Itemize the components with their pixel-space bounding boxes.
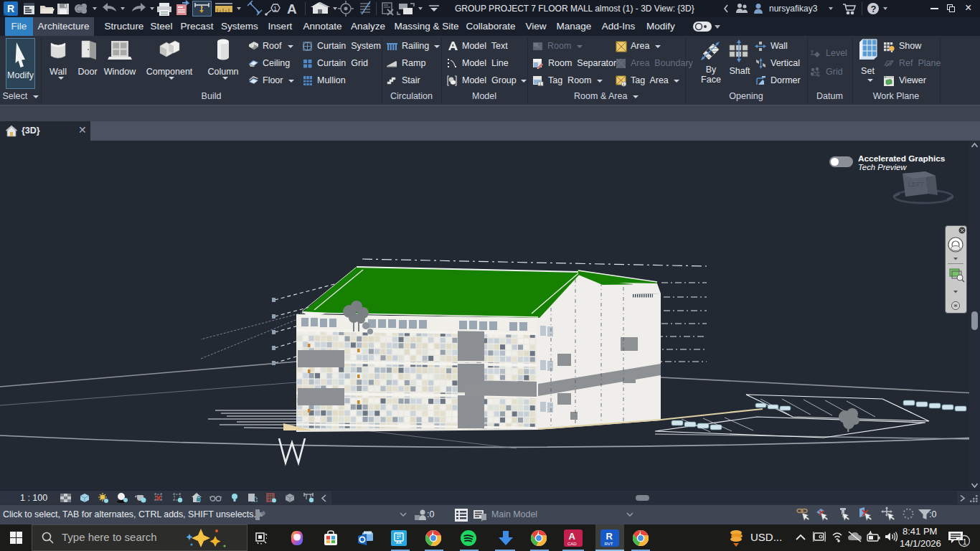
svg-text:R: R <box>606 531 613 542</box>
svg-text:RVT: RVT <box>605 542 613 546</box>
svg-text:CAD: CAD <box>567 542 577 546</box>
svg-text:1: 1 <box>273 5 277 12</box>
svg-text:?: ? <box>871 4 877 14</box>
svg-text:1: 1 <box>963 537 967 546</box>
svg-text:A: A <box>569 531 576 542</box>
svg-text:A: A <box>287 1 297 17</box>
svg-text:R: R <box>7 3 14 14</box>
svg-text:LEFT: LEFT <box>908 181 925 188</box>
